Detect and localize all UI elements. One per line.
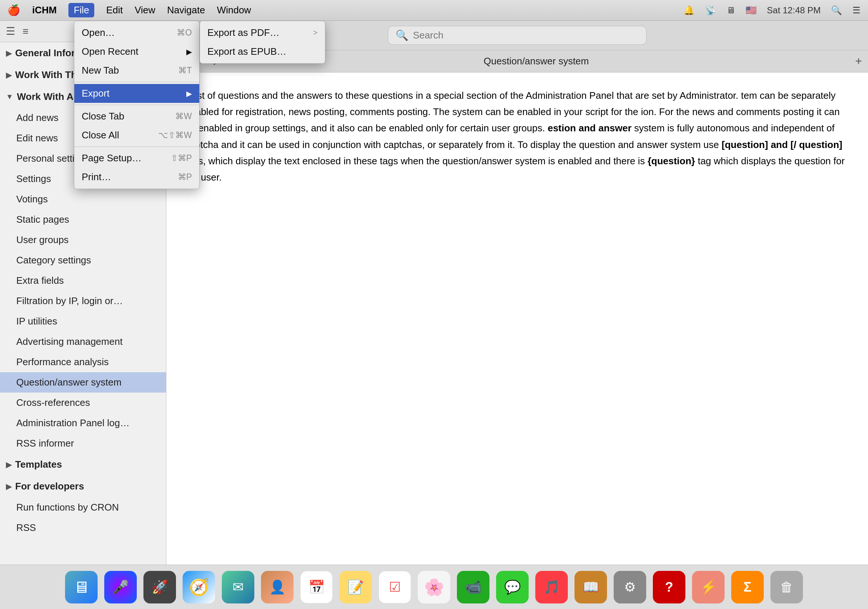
menubar-navigate[interactable]: Navigate — [167, 5, 205, 16]
menubar-file[interactable]: File — [68, 3, 94, 17]
menu-divider-2 — [74, 105, 199, 105]
menu-close-all-label: Close All — [82, 129, 119, 141]
menu-close-all[interactable]: Close All ⌥⇧⌘W — [74, 126, 199, 144]
export-pdf-arrow: > — [313, 28, 318, 37]
export-submenu: Export as PDF… > Export as EPUB… — [200, 21, 326, 64]
file-menu: Open… ⌘O Open Recent ▶ New Tab ⌘T Export… — [74, 21, 200, 189]
search-menubar-icon[interactable]: 🔍 — [831, 5, 842, 16]
menu-close-all-shortcut: ⌥⇧⌘W — [158, 130, 192, 140]
export-pdf[interactable]: Export as PDF… > — [200, 23, 325, 42]
app-name[interactable]: iCHM — [32, 5, 57, 16]
menu-open-recent-label: Open Recent — [82, 46, 138, 57]
control-center-icon[interactable]: ☰ — [852, 5, 860, 16]
airdrop-icon[interactable]: 📡 — [705, 5, 716, 16]
menu-open-shortcut: ⌘O — [177, 28, 192, 38]
menubar-edit[interactable]: Edit — [106, 5, 123, 16]
menu-divider-3 — [74, 146, 199, 147]
menu-print[interactable]: Print… ⌘P — [74, 168, 199, 186]
menubar: 🍎 iCHM File Edit View Navigate Window 🔔 … — [0, 0, 868, 21]
menu-page-setup-label: Page Setup… — [82, 152, 142, 164]
menu-close-tab-shortcut: ⌘W — [175, 111, 192, 121]
notification-icon[interactable]: 🔔 — [684, 5, 694, 16]
menu-new-tab-shortcut: ⌘T — [178, 65, 192, 76]
export-pdf-label: Export as PDF… — [208, 27, 279, 39]
language-icon[interactable]: 🇺🇸 — [746, 5, 757, 16]
clock: Sat 12:48 PM — [767, 5, 821, 16]
menu-open-label: Open… — [82, 27, 115, 39]
apple-menu[interactable]: 🍎 — [8, 4, 20, 16]
export-arrow: ▶ — [186, 89, 192, 98]
menu-print-label: Print… — [82, 171, 111, 183]
menu-close-tab[interactable]: Close Tab ⌘W — [74, 107, 199, 126]
menu-print-shortcut: ⌘P — [178, 172, 192, 182]
menu-export[interactable]: Export ▶ — [74, 84, 199, 103]
export-epub-label: Export as EPUB… — [208, 46, 287, 57]
menu-open[interactable]: Open… ⌘O — [74, 23, 199, 42]
menubar-view[interactable]: View — [135, 5, 155, 16]
menu-page-setup[interactable]: Page Setup… ⇧⌘P — [74, 149, 199, 168]
menu-export-label: Export — [82, 88, 109, 99]
menu-new-tab-label: New Tab — [82, 65, 119, 76]
menu-page-setup-shortcut: ⇧⌘P — [171, 153, 192, 163]
display-icon[interactable]: 🖥 — [726, 5, 735, 16]
menu-divider-1 — [74, 82, 199, 82]
menu-open-recent[interactable]: Open Recent ▶ — [74, 42, 199, 61]
open-recent-arrow: ▶ — [186, 47, 192, 56]
export-epub[interactable]: Export as EPUB… — [200, 42, 325, 61]
menubar-window[interactable]: Window — [217, 5, 251, 16]
menu-close-tab-label: Close Tab — [82, 110, 124, 122]
menu-new-tab[interactable]: New Tab ⌘T — [74, 61, 199, 80]
